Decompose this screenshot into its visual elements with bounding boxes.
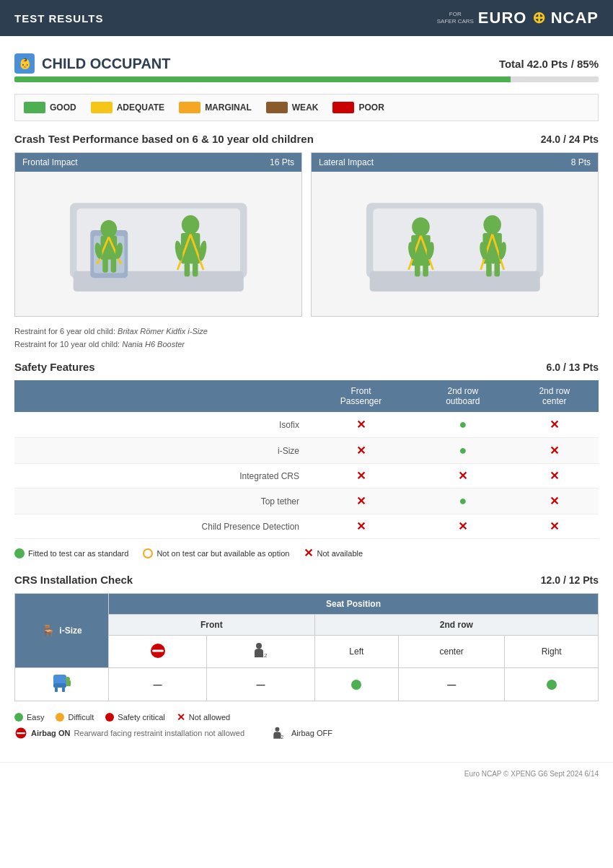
safety-features-header: Safety Features 6.0 / 13 Pts — [14, 361, 599, 373]
x-icon: ✕ — [550, 418, 559, 431]
header-title: TEST RESULTS — [14, 12, 103, 25]
svg-rect-22 — [373, 209, 537, 273]
x-icon: ✕ — [550, 495, 559, 507]
restraint-info: Restraint for 6 year old child: Britax R… — [14, 325, 599, 351]
airbag-on-icon — [14, 727, 27, 740]
lateral-impact-panel: Lateral Impact 8 Pts — [311, 152, 599, 317]
legend-difficult: Difficult — [56, 713, 94, 722]
svg-rect-47 — [62, 688, 65, 692]
crs-table: 🪑 i-Size Seat Position Front 2nd row — [14, 593, 599, 701]
check-icon: ● — [459, 443, 467, 457]
frontal-impact-image — [15, 172, 301, 316]
crs-header: CRS Installation Check 12.0 / 12 Pts — [14, 574, 599, 586]
legend-not-available: ✕ Not available — [304, 548, 363, 559]
child-icon: 👶 — [14, 53, 35, 74]
person-airbagoff-icon: 2 — [250, 641, 270, 662]
easy-dot-icon — [14, 713, 23, 722]
crs-2ndrow-header: 2nd row — [314, 615, 598, 636]
crs-seat-position-header: Seat Position — [109, 594, 599, 615]
x-icon: ✕ — [356, 470, 366, 482]
safety-features-title: Safety Features — [14, 361, 95, 373]
svg-point-42 — [256, 643, 262, 649]
frontal-impact-panel: Frontal Impact 16 Pts — [14, 152, 302, 317]
check-icon: ● — [459, 417, 467, 431]
crs-val-left — [314, 668, 398, 701]
frontal-impact-header: Frontal Impact 16 Pts — [15, 153, 301, 172]
x-icon: ✕ — [550, 444, 559, 457]
airbag-off-icon: 2 — [270, 726, 288, 740]
section-header: 👶 CHILD OCCUPANT Total 42.0 Pts / 85% — [14, 53, 599, 74]
crs-val-right — [505, 668, 599, 701]
col-2nd-row-outboard: 2nd rowoutboard — [415, 380, 511, 412]
crs-left-col: Left — [314, 636, 398, 668]
crash-grid: Frontal Impact 16 Pts — [14, 152, 599, 317]
features-legend: Fitted to test car as standard Not on te… — [14, 548, 599, 559]
svg-point-28 — [483, 215, 501, 234]
check-icon: ● — [459, 494, 467, 508]
x-icon: ✕ — [356, 418, 366, 431]
crs-front-header: Front — [109, 615, 315, 636]
svg-rect-23 — [369, 271, 539, 291]
col-front-passenger: FrontPassenger — [306, 380, 415, 412]
svg-rect-45 — [53, 683, 66, 688]
legend-optional: Not on test car but available as option — [143, 548, 289, 558]
svg-rect-51 — [17, 732, 25, 734]
legend-airbag-on: Airbag ON Rearward facing restraint inst… — [14, 727, 244, 740]
x-icon: ✕ — [458, 470, 467, 482]
section-title: CHILD OCCUPANT — [42, 56, 171, 72]
features-table: FrontPassenger 2nd rowoutboard 2nd rowce… — [14, 380, 599, 539]
svg-rect-35 — [423, 263, 428, 276]
col-2nd-row-center: 2nd rowcenter — [511, 380, 599, 412]
header: TEST RESULTS FORSAFER CARS EURO ⊕ NCAP — [0, 0, 613, 36]
svg-point-24 — [412, 217, 430, 236]
svg-text:2: 2 — [264, 652, 268, 659]
x-icon: ✕ — [550, 470, 559, 482]
crs-seat-icon-cell — [15, 668, 109, 701]
crash-test-header: Crash Test Performance based on 6 & 10 y… — [14, 133, 599, 145]
svg-rect-49 — [66, 680, 71, 686]
crs-seat-icon — [50, 673, 74, 693]
table-row: Integrated CRS ✕ ✕ ✕ — [14, 464, 599, 488]
legend-adequate: ADEQUATE — [91, 102, 164, 113]
table-row: Child Presence Detection ✕ ✕ ✕ — [14, 514, 599, 539]
outline-dot-icon — [143, 548, 153, 558]
difficult-dot-icon — [56, 713, 64, 722]
crs-airbag-on-col — [109, 636, 207, 668]
crs-header-row: 🪑 i-Size Seat Position — [15, 594, 599, 615]
euro-text: EURO ⊕ NCAP — [478, 9, 599, 27]
legend-safety-critical: Safety critical — [105, 713, 164, 722]
legend-marginal: MARGINAL — [179, 102, 252, 113]
svg-rect-39 — [494, 263, 500, 276]
legend-weak: WEAK — [266, 102, 319, 113]
svg-rect-41 — [152, 649, 164, 652]
lateral-impact-header: Lateral Impact 8 Pts — [312, 153, 598, 172]
svg-rect-19 — [184, 263, 190, 276]
crs-center-col: center — [398, 636, 504, 668]
svg-rect-46 — [55, 688, 58, 692]
safety-critical-dot-icon — [105, 713, 114, 722]
crs-val-frontairbagon: — — [109, 668, 207, 701]
svg-point-52 — [275, 727, 279, 732]
total-score: Total 42.0 Pts / 85% — [499, 58, 599, 70]
x-icon: ✕ — [550, 520, 559, 532]
svg-rect-18 — [110, 258, 116, 273]
crs-isize-header: 🪑 i-Size — [15, 594, 109, 668]
table-row: i-Size ✕ ● ✕ — [14, 438, 599, 464]
table-row: Isofix ✕ ● ✕ — [14, 412, 599, 438]
crs-val-frontairbagoff: — — [207, 668, 315, 701]
crs-data-row: — — — — [15, 668, 599, 701]
rating-legend: GOOD ADEQUATE MARGINAL WEAK POOR — [14, 94, 599, 121]
legend3-row1: Easy Difficult Safety critical ✕ Not all… — [14, 711, 599, 723]
logo-tagline: FORSAFER CARS — [437, 11, 474, 25]
x-icon: ✕ — [356, 495, 366, 507]
legend-good: GOOD — [24, 102, 76, 113]
svg-rect-34 — [415, 263, 420, 276]
crash-test-title: Crash Test Performance based on 6 & 10 y… — [14, 133, 314, 145]
legend-poor: POOR — [332, 102, 384, 113]
crs-val-center: — — [398, 668, 504, 701]
legend-easy: Easy — [14, 713, 44, 722]
safety-features-score: 6.0 / 13 Pts — [547, 361, 599, 373]
crs-airbagoff-col: 2 — [207, 636, 315, 668]
svg-point-5 — [100, 220, 117, 238]
x-icon: ✕ — [458, 520, 467, 532]
